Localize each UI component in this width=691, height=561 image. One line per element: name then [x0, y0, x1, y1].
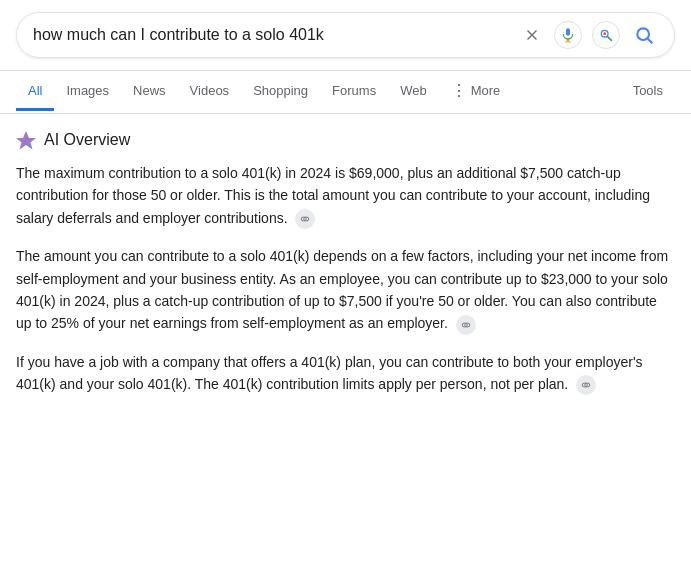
ai-sparkle-svg [16, 130, 36, 150]
tools-button[interactable]: Tools [621, 73, 675, 111]
ai-paragraph-2: The amount you can contribute to a solo … [16, 245, 675, 335]
ai-overview-header: AI Overview [16, 130, 675, 150]
tab-forums[interactable]: Forums [320, 73, 388, 111]
search-query-text: how much can I contribute to a solo 401k [33, 26, 512, 44]
search-bar-container: how much can I contribute to a solo 401k [0, 0, 691, 71]
search-bar: how much can I contribute to a solo 401k [16, 12, 675, 58]
tab-more[interactable]: ⋮ More [439, 71, 513, 113]
lens-search-button[interactable] [592, 21, 620, 49]
lens-icon [598, 27, 614, 43]
tab-shopping[interactable]: Shopping [241, 73, 320, 111]
ai-diamond-icon [16, 130, 36, 150]
ai-paragraph-3: If you have a job with a company that of… [16, 351, 675, 396]
source-link-3[interactable] [576, 375, 596, 395]
voice-search-button[interactable] [554, 21, 582, 49]
link-icon-svg-3 [581, 380, 591, 390]
close-icon [523, 26, 541, 44]
svg-point-6 [603, 32, 606, 35]
tab-web[interactable]: Web [388, 73, 439, 111]
tab-videos[interactable]: Videos [178, 73, 242, 111]
tab-all[interactable]: All [16, 73, 54, 111]
source-link-1[interactable] [295, 209, 315, 229]
more-dots-icon: ⋮ [451, 81, 467, 100]
svg-line-9 [648, 39, 653, 44]
ai-overview-section: AI Overview The maximum contribution to … [16, 130, 675, 396]
svg-line-7 [607, 36, 611, 40]
main-content: AI Overview The maximum contribution to … [0, 114, 691, 428]
nav-tabs: All Images News Videos Shopping Forums W… [0, 71, 691, 114]
ai-paragraph-1: The maximum contribution to a solo 401(k… [16, 162, 675, 229]
source-link-2[interactable] [456, 315, 476, 335]
search-icons [520, 21, 658, 49]
link-icon-svg-2 [461, 320, 471, 330]
svg-marker-10 [16, 131, 36, 150]
ai-overview-title: AI Overview [44, 131, 130, 149]
svg-point-8 [637, 28, 649, 40]
svg-rect-2 [566, 28, 570, 35]
tab-news[interactable]: News [121, 73, 178, 111]
clear-button[interactable] [520, 23, 544, 47]
mic-icon [560, 27, 576, 43]
link-icon-svg [300, 214, 310, 224]
tab-images[interactable]: Images [54, 73, 121, 111]
search-submit-button[interactable] [630, 21, 658, 49]
search-icon [634, 25, 654, 45]
